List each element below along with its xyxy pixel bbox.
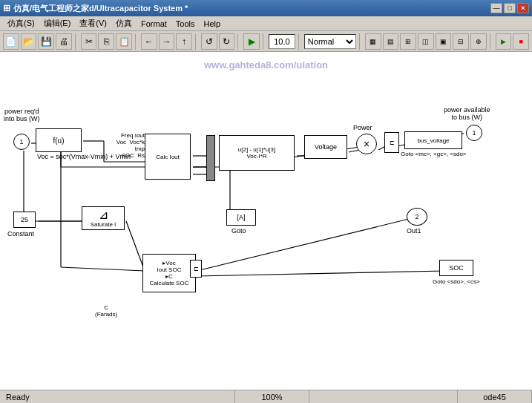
svg-line-24 bbox=[197, 218, 412, 271]
saturate-label: Saturate I bbox=[91, 221, 116, 228]
sep3 bbox=[195, 33, 198, 50]
calc-iout-container: Freq IoutVoc Voc*ktmpSOC Rs bbox=[115, 132, 145, 159]
paste-button[interactable]: 📋 bbox=[116, 33, 132, 50]
calc-soc-block[interactable]: ▸Voc Iout SOC ▸C Calculate SOC bbox=[142, 254, 196, 292]
rewind-button[interactable]: ↺ bbox=[201, 33, 217, 50]
bus-voltage-goto[interactable]: bus_voltage bbox=[404, 131, 462, 149]
menu-tools[interactable]: Tools bbox=[171, 18, 200, 30]
maximize-button[interactable]: □ bbox=[504, 3, 516, 13]
block4-btn[interactable]: ◫ bbox=[418, 33, 434, 50]
outport-1-label: 1 bbox=[472, 129, 476, 137]
sim-mode-select[interactable]: Normal Accelerator bbox=[304, 34, 356, 49]
buffer2-block[interactable]: ⊏ bbox=[190, 260, 202, 278]
power-req-label: power req'dinto bus (W) bbox=[4, 108, 40, 122]
saturate-icon: ⊿ bbox=[99, 209, 108, 221]
title-text: 仿真/电气工程师之家d/Ultracapacitor System * bbox=[13, 3, 188, 14]
sep8 bbox=[490, 33, 493, 50]
out1-text: Out1 bbox=[407, 227, 421, 235]
goto-mc-label: Goto <mc>, <gc>, <sdo> bbox=[401, 151, 467, 157]
sep5 bbox=[263, 33, 266, 50]
constant-label: Constant bbox=[7, 230, 34, 237]
inport-1-label: 1 bbox=[19, 138, 23, 145]
sim-time-input[interactable] bbox=[269, 34, 295, 49]
sep7 bbox=[359, 33, 362, 50]
save-button[interactable]: 💾 bbox=[38, 33, 54, 50]
bus-voltage-label: bus_voltage bbox=[417, 137, 449, 144]
calc-iout-block[interactable]: Calc Iout bbox=[145, 134, 191, 180]
canvas-area[interactable]: www.gahteda8.com/ulation bbox=[0, 52, 532, 390]
block5-btn[interactable]: ▣ bbox=[436, 33, 452, 50]
saturate-block[interactable]: ⊿ Saturate I bbox=[82, 206, 125, 230]
extra2-btn[interactable]: ■ bbox=[513, 33, 529, 50]
voc-ir-block[interactable]: u[2] - u[1]*u[3] Voc-I*R bbox=[219, 135, 295, 171]
titlebar-controls: — □ ✕ bbox=[490, 3, 529, 13]
soc-goto-label: SOC bbox=[449, 264, 464, 272]
soc-goto-block[interactable]: SOC bbox=[439, 260, 473, 276]
print-button[interactable]: 🖨 bbox=[56, 33, 72, 50]
status-ready: Ready bbox=[0, 390, 235, 403]
farads-label: C(Farads) bbox=[95, 304, 117, 318]
menu-sim[interactable]: 仿真 bbox=[111, 16, 137, 30]
constant-value: 25 bbox=[21, 216, 28, 223]
sep6 bbox=[298, 33, 301, 50]
menubar: 仿真(S) 编辑(E) 查看(V) 仿真 Format Tools Help bbox=[0, 16, 532, 31]
soc-goto-text: Goto <sdo>, <cs> bbox=[433, 278, 480, 285]
svg-line-27 bbox=[61, 267, 145, 271]
goto-a-text: Goto bbox=[231, 227, 246, 235]
mux-block[interactable] bbox=[206, 135, 215, 181]
toolbar: 📄 📂 💾 🖨 ✂ ⎘ 📋 ← → ↑ ↺ ↻ ▶ Normal Acceler… bbox=[0, 31, 532, 52]
block3-btn[interactable]: ⊞ bbox=[400, 33, 416, 50]
calc-soc-label: ▸Voc Iout SOC ▸C Calculate SOC bbox=[150, 260, 189, 286]
redo-button[interactable]: → bbox=[159, 33, 175, 50]
constant-block[interactable]: 25 bbox=[13, 212, 36, 228]
open-button[interactable]: 📂 bbox=[21, 33, 37, 50]
new-button[interactable]: 📄 bbox=[3, 33, 19, 50]
calc-iout-label: Calc Iout bbox=[156, 154, 180, 160]
status-solver: ode45 bbox=[458, 390, 532, 403]
cut-button[interactable]: ✂ bbox=[81, 33, 97, 50]
goto-a-block[interactable]: [A] bbox=[226, 209, 256, 226]
run-button[interactable]: ▶ bbox=[243, 33, 260, 50]
ready-text: Ready bbox=[6, 393, 30, 402]
statusbar: Ready 100% ode45 bbox=[0, 390, 532, 403]
power-avail-label: power availableto bus (W) bbox=[444, 106, 490, 121]
undo-button[interactable]: ← bbox=[141, 33, 157, 50]
app-icon: ⊞ bbox=[3, 3, 10, 13]
voltage-block[interactable]: Voltage bbox=[304, 135, 347, 159]
block2-btn[interactable]: ▤ bbox=[383, 33, 399, 50]
watermark: www.gahteda8.com/ulation bbox=[204, 59, 328, 71]
menu-view[interactable]: 查看(V) bbox=[75, 16, 111, 30]
titlebar: ⊞ 仿真/电气工程师之家d/Ultracapacitor System * — … bbox=[0, 0, 532, 16]
voltage-label: Voltage bbox=[315, 143, 337, 151]
copy-button[interactable]: ⎘ bbox=[98, 33, 114, 50]
block7-btn[interactable]: ⊕ bbox=[470, 33, 487, 50]
svg-line-25 bbox=[197, 271, 445, 276]
voc-ir-label: u[2] - u[1]*u[3] Voc-I*R bbox=[238, 146, 275, 160]
inport-1[interactable]: 1 bbox=[13, 134, 30, 150]
minimize-button[interactable]: — bbox=[490, 3, 502, 13]
extra1-btn[interactable]: ▶ bbox=[496, 33, 512, 50]
status-blank bbox=[309, 390, 458, 403]
up-button[interactable]: ↑ bbox=[176, 33, 192, 50]
block6-btn[interactable]: ⊟ bbox=[453, 33, 469, 50]
forward-button[interactable]: ↻ bbox=[219, 33, 235, 50]
power-label: Power bbox=[353, 124, 372, 131]
buffer1-block[interactable]: ⊏ bbox=[384, 132, 399, 153]
outport-1[interactable]: 1 bbox=[466, 125, 482, 141]
fu-block[interactable]: f(u) bbox=[36, 128, 82, 152]
menu-simulation[interactable]: 仿真(S) bbox=[3, 16, 39, 30]
solver-text: ode45 bbox=[483, 393, 506, 402]
block1-btn[interactable]: ▦ bbox=[365, 33, 381, 50]
close-button[interactable]: ✕ bbox=[517, 3, 529, 13]
status-zoom: 100% bbox=[235, 390, 309, 403]
zoom-text: 100% bbox=[261, 393, 282, 402]
menu-help[interactable]: Help bbox=[200, 18, 226, 30]
multiply-block[interactable]: × bbox=[356, 134, 377, 154]
out1-block[interactable]: 2 bbox=[407, 208, 427, 226]
buffer1-icon: ⊏ bbox=[390, 140, 395, 146]
connection-lines bbox=[0, 52, 532, 390]
sep4 bbox=[237, 33, 240, 50]
fu-label: f(u) bbox=[53, 137, 65, 145]
menu-edit[interactable]: 编辑(E) bbox=[39, 16, 76, 30]
menu-format[interactable]: Format bbox=[137, 18, 171, 30]
